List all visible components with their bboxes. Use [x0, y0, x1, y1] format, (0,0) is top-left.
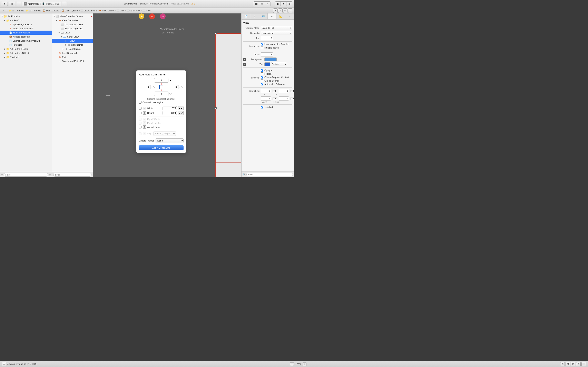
- issue-prev-btn[interactable]: ‹: [273, 8, 278, 13]
- width-value-input[interactable]: [163, 106, 177, 110]
- breadcrumb-item-6[interactable]: View....troller: [102, 9, 114, 12]
- tree-item-infoplist[interactable]: ▶ 📄 Info.plist: [0, 43, 52, 47]
- tree-item-assets[interactable]: ▶ 📦 Assets.xcassets: [0, 35, 52, 39]
- constraint-top-input[interactable]: [154, 78, 168, 83]
- scene-close-btn[interactable]: ✕: [90, 15, 93, 18]
- align-select[interactable]: Leading Edges: [153, 131, 176, 136]
- scheme-next[interactable]: ›: [62, 2, 66, 6]
- autoresize-checkbox[interactable]: [261, 83, 263, 85]
- show-debug-btn[interactable]: ⬒: [281, 2, 286, 6]
- height-constraint-checkbox[interactable]: [139, 112, 141, 114]
- scene-tree-item-first-responder[interactable]: ▶ ⊛ First Responder: [52, 51, 93, 55]
- show-inspector-btn[interactable]: ◨: [286, 2, 292, 6]
- run-button[interactable]: ▶: [2, 2, 8, 6]
- breadcrumb-item-9[interactable]: View: [146, 9, 150, 12]
- tab-quick-help[interactable]: ?: [250, 13, 259, 19]
- add-editor-btn[interactable]: +: [288, 8, 292, 13]
- update-frames-select[interactable]: None: [156, 138, 183, 143]
- tree-item-artportfolio-group[interactable]: ▶ 📁 Art Portfolio: [0, 18, 52, 22]
- semantic-select[interactable]: Unspecified ▾: [261, 31, 292, 35]
- scene-tree-item-scrollview[interactable]: ▶ Scroll View: [52, 35, 93, 39]
- background-color-swatch[interactable]: [264, 58, 277, 61]
- tab-file-inspector[interactable]: 📄: [242, 13, 250, 19]
- clip-bounds-checkbox[interactable]: [261, 79, 263, 82]
- tint-plus-btn[interactable]: +: [243, 63, 246, 66]
- scene-tree-item-constraints-scroll[interactable]: ▶ ⊞ Constraints: [52, 47, 93, 51]
- constraint-left-select[interactable]: ▾: [150, 85, 156, 89]
- clears-graphics-checkbox[interactable]: [261, 76, 263, 78]
- stretch-stepper-x[interactable]: ⬆⬇: [273, 90, 277, 92]
- height-value-select[interactable]: ▾: [178, 111, 183, 115]
- tab-identity-inspector[interactable]: 🪪: [259, 13, 268, 19]
- vc-icon-yellow[interactable]: ⊕: [139, 13, 144, 19]
- breadcrumb-item-2[interactable]: Art Portfolio: [29, 9, 41, 12]
- version-editor-btn[interactable]: ≡: [265, 2, 270, 6]
- tint-color-swatch[interactable]: [264, 62, 270, 66]
- background-plus-btn[interactable]: +: [243, 58, 246, 61]
- standard-editor-btn[interactable]: ⬛: [253, 2, 259, 6]
- constraint-top-select[interactable]: ▾: [169, 79, 172, 82]
- tree-item-tests-group[interactable]: ▶ 📁 Art PortfolioTests: [0, 47, 52, 51]
- resize-handle-left[interactable]: [215, 108, 217, 109]
- tab-size-inspector[interactable]: 📐: [277, 13, 285, 19]
- scene-tree-item-top-layout[interactable]: ▶ ⬜ Top Layout Guide: [52, 22, 93, 26]
- constraint-right-select[interactable]: ▾: [178, 85, 184, 89]
- tab-connections-inspector[interactable]: →: [285, 13, 294, 19]
- scene-tree-item-inner-view[interactable]: ▶ View: [52, 39, 93, 43]
- breadcrumb-item-1[interactable]: Art Portfolio: [12, 9, 24, 12]
- aspect-ratio-checkbox[interactable]: [139, 126, 141, 128]
- show-navigator-btn[interactable]: ◧: [275, 2, 281, 6]
- content-mode-select[interactable]: Scale To Fill ▾: [261, 26, 292, 30]
- assistant-editor-btn[interactable]: ⧉: [259, 2, 265, 6]
- issue-next-btn[interactable]: ›: [278, 8, 283, 13]
- constrain-margins-checkbox[interactable]: [139, 101, 141, 104]
- tree-item-launch-storyboard[interactable]: ▶ 📄 LaunchScreen.storyboard: [0, 39, 52, 43]
- add-file-btn[interactable]: +: [1, 173, 3, 176]
- inspector-filter-input[interactable]: [246, 173, 293, 176]
- tree-item-uitests-group[interactable]: ▶ 📁 Art PortfolioUITests: [0, 51, 52, 55]
- tree-item-appdelegate[interactable]: ▶ S AppDelegate.swift: [0, 22, 52, 26]
- breadcrumb-item-8[interactable]: Scroll View: [129, 9, 140, 12]
- scene-tree-item-bottom-layout[interactable]: ▶ ⬜ Bottom Layout G...: [52, 26, 93, 31]
- stretch-h-input[interactable]: [279, 96, 289, 100]
- user-interaction-checkbox[interactable]: [261, 43, 263, 45]
- scene-tree-item-exit[interactable]: ▶ ⊗ Exit: [52, 55, 93, 59]
- constraint-left-input[interactable]: [139, 85, 150, 89]
- width-constraint-checkbox[interactable]: [139, 107, 141, 110]
- scene-tree-item-view[interactable]: ▶ View: [52, 31, 93, 35]
- scene-tree-item-vc[interactable]: ▶ ⊕ View Controller: [52, 18, 93, 22]
- tab-attributes-inspector[interactable]: ⊡: [268, 13, 277, 19]
- stretch-stepper-w[interactable]: ⬆⬇: [273, 97, 277, 100]
- constraint-bottom-select[interactable]: ▾: [169, 92, 172, 95]
- responder-icon-red[interactable]: ⊛: [149, 13, 155, 19]
- constraint-right-input[interactable]: [167, 85, 178, 89]
- exit-icon-pink[interactable]: ⊗: [160, 13, 165, 19]
- filter-options-btn[interactable]: ⊞: [49, 173, 51, 176]
- tint-value-select[interactable]: Default ▾: [271, 62, 287, 66]
- breadcrumb-item-5[interactable]: View....Scene: [84, 9, 97, 12]
- width-value-select[interactable]: ▾: [178, 106, 183, 110]
- scene-tree-filter-input[interactable]: [53, 173, 91, 176]
- stop-button[interactable]: ■: [9, 2, 15, 6]
- breadcrumb-back[interactable]: ‹: [2, 9, 5, 12]
- scene-tree-item-scene[interactable]: ▶ ⬜ View Controller Scene ✕: [52, 14, 93, 18]
- stretch-x-input[interactable]: [261, 89, 271, 93]
- build-status-area[interactable]: A Art Portfolio › 📱 iPhone 7 Plus: [22, 2, 61, 6]
- tree-item-root-group[interactable]: ▶ 📁 Art Portfolio: [0, 14, 52, 18]
- tag-input[interactable]: [261, 36, 273, 40]
- stretch-stepper-y[interactable]: ⬆⬇: [291, 90, 294, 92]
- stretch-stepper-h[interactable]: ⬆⬇: [291, 97, 294, 100]
- navigator-filter-input[interactable]: [4, 173, 48, 176]
- height-value-input[interactable]: [163, 111, 177, 115]
- alpha-input[interactable]: [261, 52, 273, 57]
- constraint-bottom-input[interactable]: [154, 92, 168, 96]
- stretch-y-input[interactable]: [279, 89, 289, 93]
- multiple-touch-checkbox[interactable]: [261, 46, 263, 49]
- tree-item-products-group[interactable]: ▶ 📁 Products: [0, 55, 52, 59]
- add-constraints-button[interactable]: Add 4 Constraints: [139, 145, 183, 150]
- installed-checkbox[interactable]: [261, 106, 263, 108]
- tree-item-main-storyboard[interactable]: ▶ 📄 Main.storyboard: [0, 31, 52, 35]
- resize-handle-tl[interactable]: [215, 33, 217, 34]
- tree-item-viewcontroller-swift[interactable]: ▶ S ViewController.swift: [0, 26, 52, 31]
- stretch-w-input[interactable]: [261, 96, 271, 100]
